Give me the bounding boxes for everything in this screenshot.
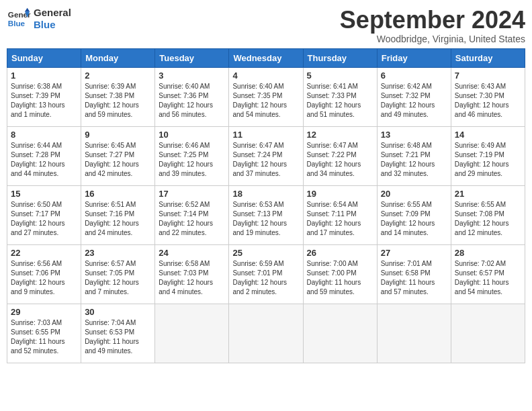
day-cell-16: 16Sunrise: 6:51 AM Sunset: 7:16 PM Dayli…: [81, 185, 155, 244]
header-tuesday: Tuesday: [155, 48, 229, 67]
empty-cell: [229, 304, 303, 363]
page-header: General Blue General Blue September 2024…: [7, 7, 525, 44]
day-info: Sunrise: 7:04 AM Sunset: 6:53 PM Dayligh…: [85, 318, 151, 356]
day-info: Sunrise: 6:54 AM Sunset: 7:11 PM Dayligh…: [307, 200, 373, 238]
day-info: Sunrise: 6:42 AM Sunset: 7:32 PM Dayligh…: [381, 82, 447, 120]
day-number: 18: [232, 189, 299, 199]
day-number: 3: [159, 71, 225, 81]
day-cell-26: 26Sunrise: 7:00 AM Sunset: 7:00 PM Dayli…: [303, 244, 377, 304]
day-info: Sunrise: 6:40 AM Sunset: 7:36 PM Dayligh…: [159, 82, 225, 120]
day-info: Sunrise: 6:47 AM Sunset: 7:22 PM Dayligh…: [307, 141, 373, 179]
day-cell-24: 24Sunrise: 6:58 AM Sunset: 7:03 PM Dayli…: [155, 244, 229, 304]
day-cell-21: 21Sunrise: 6:55 AM Sunset: 7:08 PM Dayli…: [451, 185, 525, 244]
day-cell-18: 18Sunrise: 6:53 AM Sunset: 7:13 PM Dayli…: [229, 185, 303, 244]
header-monday: Monday: [81, 48, 155, 67]
day-info: Sunrise: 6:57 AM Sunset: 7:05 PM Dayligh…: [85, 259, 151, 297]
day-info: Sunrise: 6:55 AM Sunset: 7:08 PM Dayligh…: [455, 200, 521, 238]
day-info: Sunrise: 6:41 AM Sunset: 7:33 PM Dayligh…: [307, 82, 373, 120]
day-cell-23: 23Sunrise: 6:57 AM Sunset: 7:05 PM Dayli…: [81, 244, 155, 304]
header-sunday: Sunday: [7, 48, 81, 67]
day-info: Sunrise: 6:51 AM Sunset: 7:16 PM Dayligh…: [85, 200, 151, 238]
day-cell-9: 9Sunrise: 6:45 AM Sunset: 7:27 PM Daylig…: [81, 126, 155, 185]
day-number: 11: [232, 130, 299, 140]
day-number: 8: [11, 130, 77, 140]
day-info: Sunrise: 6:50 AM Sunset: 7:17 PM Dayligh…: [11, 200, 77, 238]
day-number: 14: [455, 130, 521, 140]
day-number: 16: [85, 189, 151, 199]
day-number: 25: [232, 248, 299, 258]
day-number: 27: [381, 248, 447, 258]
day-info: Sunrise: 6:53 AM Sunset: 7:13 PM Dayligh…: [232, 200, 299, 238]
day-number: 9: [85, 130, 151, 140]
day-number: 4: [232, 71, 299, 81]
calendar-week-2: 8Sunrise: 6:44 AM Sunset: 7:28 PM Daylig…: [7, 126, 525, 185]
day-cell-12: 12Sunrise: 6:47 AM Sunset: 7:22 PM Dayli…: [303, 126, 377, 185]
day-info: Sunrise: 6:44 AM Sunset: 7:28 PM Dayligh…: [11, 141, 77, 179]
day-cell-29: 29Sunrise: 7:03 AM Sunset: 6:55 PM Dayli…: [7, 304, 81, 363]
day-number: 1: [11, 71, 77, 81]
day-number: 28: [455, 248, 521, 258]
day-info: Sunrise: 6:47 AM Sunset: 7:24 PM Dayligh…: [232, 141, 299, 179]
calendar-week-3: 15Sunrise: 6:50 AM Sunset: 7:17 PM Dayli…: [7, 185, 525, 244]
day-number: 13: [381, 130, 447, 140]
day-info: Sunrise: 6:55 AM Sunset: 7:09 PM Dayligh…: [381, 200, 447, 238]
day-cell-25: 25Sunrise: 6:59 AM Sunset: 7:01 PM Dayli…: [229, 244, 303, 304]
day-cell-28: 28Sunrise: 7:02 AM Sunset: 6:57 PM Dayli…: [451, 244, 525, 304]
logo-general: General: [34, 7, 71, 19]
day-number: 20: [381, 189, 447, 199]
day-info: Sunrise: 6:46 AM Sunset: 7:25 PM Dayligh…: [159, 141, 225, 179]
day-cell-6: 6Sunrise: 6:42 AM Sunset: 7:32 PM Daylig…: [377, 67, 451, 126]
day-cell-2: 2Sunrise: 6:39 AM Sunset: 7:38 PM Daylig…: [81, 67, 155, 126]
day-number: 2: [85, 71, 151, 81]
day-cell-22: 22Sunrise: 6:56 AM Sunset: 7:06 PM Dayli…: [7, 244, 81, 304]
calendar-week-5: 29Sunrise: 7:03 AM Sunset: 6:55 PM Dayli…: [7, 304, 525, 363]
header-thursday: Thursday: [303, 48, 377, 67]
day-info: Sunrise: 6:39 AM Sunset: 7:38 PM Dayligh…: [85, 82, 151, 120]
day-info: Sunrise: 6:59 AM Sunset: 7:01 PM Dayligh…: [232, 259, 299, 297]
day-number: 7: [455, 71, 521, 81]
day-info: Sunrise: 6:49 AM Sunset: 7:19 PM Dayligh…: [455, 141, 521, 179]
empty-cell: [451, 304, 525, 363]
day-number: 22: [11, 248, 77, 258]
calendar-week-4: 22Sunrise: 6:56 AM Sunset: 7:06 PM Dayli…: [7, 244, 525, 304]
day-number: 12: [307, 130, 373, 140]
day-cell-13: 13Sunrise: 6:48 AM Sunset: 7:21 PM Dayli…: [377, 126, 451, 185]
day-cell-3: 3Sunrise: 6:40 AM Sunset: 7:36 PM Daylig…: [155, 67, 229, 126]
day-number: 5: [307, 71, 373, 81]
day-number: 29: [11, 307, 77, 317]
day-cell-20: 20Sunrise: 6:55 AM Sunset: 7:09 PM Dayli…: [377, 185, 451, 244]
day-cell-27: 27Sunrise: 7:01 AM Sunset: 6:58 PM Dayli…: [377, 244, 451, 304]
day-number: 19: [307, 189, 373, 199]
day-number: 15: [11, 189, 77, 199]
day-number: 17: [159, 189, 225, 199]
empty-cell: [155, 304, 229, 363]
logo-blue: Blue: [34, 19, 71, 31]
day-cell-17: 17Sunrise: 6:52 AM Sunset: 7:14 PM Dayli…: [155, 185, 229, 244]
day-cell-30: 30Sunrise: 7:04 AM Sunset: 6:53 PM Dayli…: [81, 304, 155, 363]
day-cell-8: 8Sunrise: 6:44 AM Sunset: 7:28 PM Daylig…: [7, 126, 81, 185]
header-friday: Friday: [377, 48, 451, 67]
location-subtitle: Woodbridge, Virginia, United States: [340, 34, 525, 44]
empty-cell: [303, 304, 377, 363]
empty-cell: [377, 304, 451, 363]
day-info: Sunrise: 7:01 AM Sunset: 6:58 PM Dayligh…: [381, 259, 447, 297]
day-info: Sunrise: 6:38 AM Sunset: 7:39 PM Dayligh…: [11, 82, 77, 120]
day-cell-19: 19Sunrise: 6:54 AM Sunset: 7:11 PM Dayli…: [303, 185, 377, 244]
day-number: 10: [159, 130, 225, 140]
day-cell-7: 7Sunrise: 6:43 AM Sunset: 7:30 PM Daylig…: [451, 67, 525, 126]
day-number: 24: [159, 248, 225, 258]
day-info: Sunrise: 6:58 AM Sunset: 7:03 PM Dayligh…: [159, 259, 225, 297]
day-cell-4: 4Sunrise: 6:40 AM Sunset: 7:35 PM Daylig…: [229, 67, 303, 126]
day-info: Sunrise: 7:02 AM Sunset: 6:57 PM Dayligh…: [455, 259, 521, 297]
day-number: 30: [85, 307, 151, 317]
day-number: 23: [85, 248, 151, 258]
day-number: 6: [381, 71, 447, 81]
day-info: Sunrise: 7:00 AM Sunset: 7:00 PM Dayligh…: [307, 259, 373, 297]
month-title: September 2024: [340, 7, 525, 34]
header-wednesday: Wednesday: [229, 48, 303, 67]
title-block: September 2024 Woodbridge, Virginia, Uni…: [340, 7, 525, 44]
day-cell-11: 11Sunrise: 6:47 AM Sunset: 7:24 PM Dayli…: [229, 126, 303, 185]
day-number: 21: [455, 189, 521, 199]
day-number: 26: [307, 248, 373, 258]
calendar-header-row: SundayMondayTuesdayWednesdayThursdayFrid…: [7, 48, 525, 67]
